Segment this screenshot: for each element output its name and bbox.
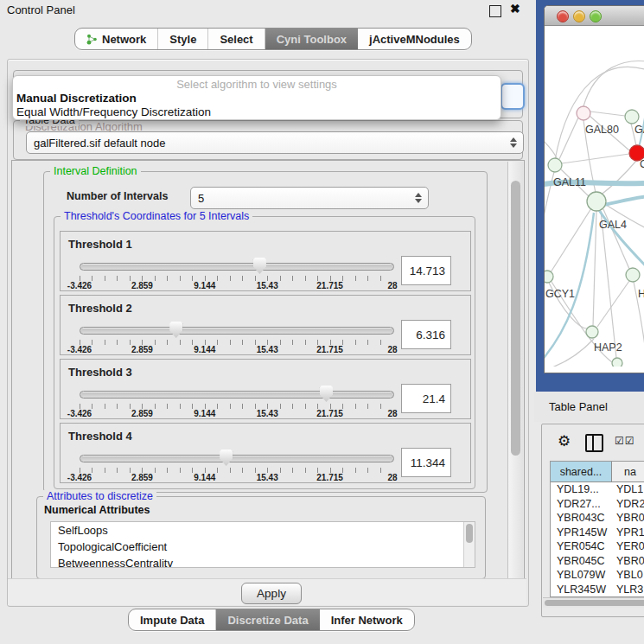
table-row[interactable]: YLR345WYLR3 <box>551 583 644 597</box>
tab-select[interactable]: Select <box>208 29 265 49</box>
node-label: GAL11 <box>553 176 586 188</box>
network-node[interactable] <box>626 268 640 282</box>
table-row[interactable]: YER054CYER0 <box>551 539 644 554</box>
table-body: YDL19...YDL1YDR27...YDR2YBR043CYBR0YPR14… <box>551 482 644 597</box>
tab-infer-network[interactable]: Infer Network <box>320 609 414 630</box>
attribute-item[interactable]: BetweennessCentrality <box>51 555 475 568</box>
table-row[interactable]: YDL19...YDL1 <box>551 482 644 497</box>
settings-scroll-panel: Interval Definition Number of Intervals … <box>11 160 525 580</box>
tab-impute-data[interactable]: Impute Data <box>129 609 216 630</box>
table-header: shared... na <box>551 462 644 482</box>
threshold-label: Threshold 1 <box>68 238 132 251</box>
tick-label: 28 <box>387 409 397 418</box>
network-node[interactable] <box>577 106 590 120</box>
apply-button[interactable]: Apply <box>241 583 302 604</box>
network-window-titlebar[interactable] <box>545 6 644 26</box>
select-columns-icons[interactable]: ☑☑ <box>615 435 635 447</box>
table-panel: ⚙ ☑☑ shared... na YDL19...YDL1YDR27...YD… <box>541 424 644 617</box>
tick-label: 9.144 <box>194 409 215 418</box>
slider-thumb[interactable] <box>320 386 333 402</box>
attribute-item[interactable]: SelfLoops <box>51 522 475 539</box>
attributes-list[interactable]: SelfLoopsTopologicalCoefficientBetweenne… <box>50 521 475 568</box>
tick-label: 21.715 <box>316 409 343 418</box>
tab-jactivemnodules[interactable]: jActiveMNodules <box>358 29 471 49</box>
panel-title: Control Panel <box>7 3 75 16</box>
node-label: H <box>638 288 644 300</box>
network-node[interactable] <box>545 271 553 283</box>
table-panel-bar: Table Panel <box>534 392 644 422</box>
tab-style[interactable]: Style <box>158 29 208 49</box>
threshold-3-box: Threshold 3 -3.4262.8599.14415.4321.7152… <box>60 359 471 419</box>
table-row[interactable]: YBR043CYBR0 <box>551 511 644 526</box>
tab-label: jActiveMNodules <box>369 33 460 46</box>
table-row[interactable]: YPR145WYPR1 <box>551 526 644 540</box>
table-cell: YBL0 <box>612 568 643 583</box>
threshold-1-slider[interactable]: -3.4262.8599.14415.4321.71528 <box>80 258 392 287</box>
network-node[interactable] <box>586 326 598 338</box>
tab-network[interactable]: Network <box>75 29 158 49</box>
table-row[interactable]: YDR27...YDR2 <box>551 497 644 512</box>
network-node[interactable] <box>612 358 622 367</box>
tick-label: -3.426 <box>67 409 92 418</box>
tick-label: 9.144 <box>194 345 215 354</box>
float-window-icon[interactable] <box>489 5 501 17</box>
tick-label: 15.43 <box>257 281 278 290</box>
scrollbar-thumb[interactable] <box>545 600 644 606</box>
control-panel-tabs: Network Style Select Cyni Toolbox jActiv… <box>74 28 472 50</box>
scrollbar-thumb[interactable] <box>466 524 473 543</box>
slider-track <box>80 263 394 271</box>
tick-label: 15.43 <box>257 409 278 418</box>
dropdown-option-manual[interactable]: Manual Discretization <box>13 92 501 105</box>
table-row[interactable]: YBL079WYBL0 <box>551 568 644 583</box>
table-cell: YDR2 <box>612 497 644 512</box>
threshold-2-value-field[interactable]: 6.316 <box>401 320 451 349</box>
algorithm-combo-edge[interactable] <box>501 83 525 110</box>
tab-label: Network <box>102 33 146 46</box>
threshold-2-slider[interactable]: -3.4262.8599.14415.4321.71528 <box>80 322 392 351</box>
threshold-4-value-field[interactable]: 11.344 <box>401 448 451 477</box>
dropdown-option-equal-width[interactable]: Equal Width/Frequency Discretization <box>13 105 501 119</box>
slider-thumb[interactable] <box>169 322 182 338</box>
node-table: shared... na YDL19...YDL1YDR27...YDR2YBR… <box>550 461 644 597</box>
column-header-shared-name[interactable]: shared... <box>551 462 612 481</box>
attribute-item[interactable]: TopologicalCoefficient <box>51 539 475 555</box>
threshold-3-slider[interactable]: -3.4262.8599.14415.4321.71528 <box>80 386 392 415</box>
table-data-combobox[interactable]: galFiltered.sif default node <box>26 131 524 154</box>
minimize-traffic-icon[interactable] <box>573 10 585 22</box>
algorithm-dropdown: Select algorithm to view settings Manual… <box>12 75 501 120</box>
network-node[interactable] <box>587 192 606 211</box>
panel-scrollbar[interactable] <box>507 162 523 578</box>
attributes-scrollbar[interactable] <box>463 522 475 567</box>
columns-icon[interactable] <box>585 434 603 452</box>
close-traffic-icon[interactable] <box>557 10 569 22</box>
tab-cyni-toolbox[interactable]: Cyni Toolbox <box>265 29 358 49</box>
network-window: GAL80GACGAL11GAL4GCY1HHAP2 <box>544 5 644 373</box>
close-icon[interactable]: ✖ <box>510 2 520 16</box>
table-cell: YPR145W <box>551 526 612 540</box>
network-node[interactable] <box>548 158 562 172</box>
interval-definition-title: Interval Definition <box>50 165 141 177</box>
scrollbar-thumb[interactable] <box>511 181 520 456</box>
zoom-traffic-icon[interactable] <box>590 10 602 22</box>
tick-label: 21.715 <box>316 345 343 354</box>
threshold-3-value-field[interactable]: 21.4 <box>401 384 451 413</box>
gear-icon[interactable]: ⚙ <box>558 432 571 450</box>
table-hscrollbar[interactable] <box>543 597 644 608</box>
threshold-4-slider[interactable]: -3.4262.8599.14415.4321.71528 <box>80 450 392 479</box>
slider-thumb[interactable] <box>220 450 233 466</box>
control-panel-titlebar: Control Panel ✖ <box>0 0 534 19</box>
slider-thumb[interactable] <box>253 258 266 274</box>
num-intervals-combobox[interactable]: 5 <box>190 187 429 209</box>
node-label: C <box>640 158 644 170</box>
network-node[interactable] <box>625 110 639 124</box>
table-panel-title: Table Panel <box>549 400 608 413</box>
tick-label: 2.859 <box>131 345 153 354</box>
table-cell: YBR043C <box>551 511 612 526</box>
table-row[interactable]: YBR045CYBR0 <box>551 554 644 569</box>
threshold-label: Threshold 3 <box>68 366 132 379</box>
threshold-1-value-field[interactable]: 14.713 <box>401 256 451 285</box>
column-header-name[interactable]: na <box>612 462 644 481</box>
dropdown-prompt[interactable]: Select algorithm to view settings <box>13 76 501 92</box>
network-canvas[interactable]: GAL80GACGAL11GAL4GCY1HHAP2 <box>545 26 644 367</box>
tab-discretize-data[interactable]: Discretize Data <box>216 609 319 630</box>
